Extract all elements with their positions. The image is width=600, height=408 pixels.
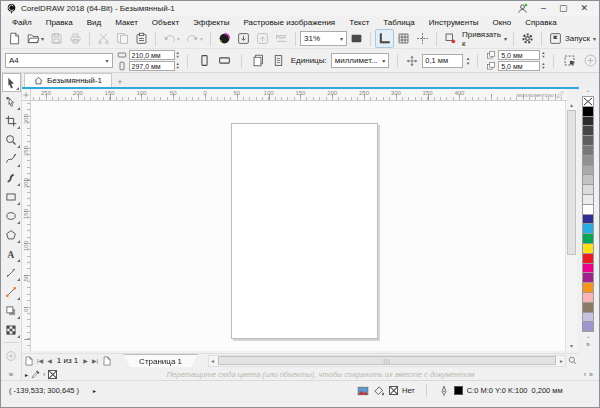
search-content-button[interactable] [215,29,234,48]
horizontal-ruler[interactable]: миллиметры 25020015010050050100150200250… [31,89,567,101]
import-button[interactable] [234,29,253,48]
spinner-icon[interactable]: ▴▾ [542,62,544,71]
snap-to-dropdown[interactable]: Привязать к▾ [460,30,509,48]
show-rulers-button[interactable] [375,29,394,48]
outline-color-swatch[interactable] [454,386,463,395]
landscape-orientation-button[interactable] [216,52,232,70]
polygon-tool[interactable] [2,225,21,244]
duplicate-y-field[interactable]: 5,0 мм [498,61,540,71]
show-grid-button[interactable] [394,29,413,48]
fill-bucket-icon[interactable] [373,385,385,397]
color-swatch[interactable] [582,321,594,332]
account-icon[interactable] [517,3,528,14]
page-tab[interactable]: Страница 1 [123,354,198,368]
menu-item-10[interactable]: Инструменты [422,18,486,27]
duplicate-x-field[interactable]: 5,0 мм [498,50,540,60]
document-tab[interactable]: Безымянный-1 [24,73,112,87]
expand-icon[interactable]: » [589,371,593,378]
spinner-icon[interactable]: ▴▾ [467,56,470,65]
palette-flyout-icon[interactable]: ▸ [25,371,28,378]
page-width-field[interactable]: 210,0 мм [129,50,175,60]
fill-none-swatch[interactable] [389,386,398,395]
cut-icon [97,32,110,45]
navigator-zoom-button[interactable] [566,355,579,367]
freehand-tool[interactable] [2,149,21,168]
scroll-up-icon[interactable]: ▴ [566,101,577,110]
vertical-scrollbar[interactable]: ▴ ▾ [565,101,577,351]
spinner-icon[interactable]: ▴▾ [542,51,544,60]
menu-item-11[interactable]: Окно [486,18,519,27]
collapse-icon[interactable]: ‹ [43,371,45,378]
zoom-level-combo[interactable]: 31%▾ [300,31,347,46]
menu-item-8[interactable]: Текст [342,18,376,27]
divider [426,384,427,397]
rectangle-tool[interactable] [2,187,21,206]
ellipse-tool[interactable] [2,206,21,225]
palette-scroll-down-icon[interactable]: ⌄ [585,332,590,340]
ruler-tick-label: 300 [23,111,29,127]
palette-expand-icon[interactable]: » [586,341,590,348]
vertical-ruler[interactable]: 300250200150100500 [22,101,31,351]
drop-shadow-tool[interactable] [2,301,21,320]
connector-tool[interactable] [2,282,21,301]
menu-item-9[interactable]: Таблица [376,18,421,27]
new-document-button[interactable] [5,29,24,48]
scroll-right-icon[interactable]: ▸ [558,357,565,364]
maximize-button[interactable]: ▢ [559,4,568,13]
menu-item-1[interactable]: Файл [5,18,39,27]
status-flyout-icon[interactable]: ▸ [93,387,96,394]
nudge-offset-field[interactable]: 0,1 мм [422,54,462,68]
page-height-field[interactable]: 297,0 мм [129,61,175,71]
menu-item-3[interactable]: Вид [80,18,108,27]
menu-bar: ФайлПравкаВидМакетОбъектЭффектыРастровые… [1,16,599,29]
minimize-button[interactable]: – [541,4,546,13]
fullscreen-preview-button[interactable] [347,29,366,48]
options-button[interactable] [518,29,537,48]
menu-item-7[interactable]: Растровые изображения [236,18,342,27]
portrait-orientation-button[interactable] [196,52,212,70]
current-page-size-button[interactable] [270,52,286,70]
open-button[interactable]: ▾ [24,29,47,48]
horizontal-scrollbar[interactable]: ◂ ||| ▸ [208,355,566,367]
transparency-tool[interactable] [2,320,21,339]
shape-tool[interactable] [2,92,21,111]
artistic-media-tool[interactable] [2,168,21,187]
drawing-scale-icon[interactable] [556,90,565,99]
vertical-scroll-thumb[interactable] [567,110,576,255]
all-pages-size-button[interactable] [250,52,266,70]
paste-button[interactable] [132,29,151,48]
menu-item-2[interactable]: Правка [39,18,80,27]
snap-icon-button[interactable] [441,29,460,48]
menu-item-12[interactable]: Справка [518,18,563,27]
launch-dropdown[interactable]: Запуск▾ [546,29,599,48]
parallel-dimension-tool[interactable] [2,263,21,282]
page-size-combo[interactable]: A4▾ [5,53,113,68]
crop-tool[interactable] [2,111,21,130]
scroll-left-icon[interactable]: ◂ [209,357,216,364]
menu-item-5[interactable]: Объект [145,18,186,27]
chevron-down-icon: ▾ [593,36,596,42]
outline-pen-icon[interactable] [438,385,450,397]
eyedropper-icon[interactable] [31,370,40,379]
menu-item-6[interactable]: Эффекты [186,18,236,27]
menu-item-4[interactable]: Макет [108,18,145,27]
drawing-canvas[interactable] [31,101,565,351]
close-button[interactable]: ✕ [580,4,588,13]
zoom-tool[interactable] [2,130,21,149]
ruler-origin-button[interactable] [22,89,31,101]
no-color-swatch[interactable] [48,370,57,379]
add-page-start-button[interactable] [22,355,35,367]
add-page-end-button[interactable] [100,355,113,367]
pick-tool[interactable] [2,73,21,92]
horizontal-scroll-thumb[interactable]: ||| [218,356,556,365]
text-tool[interactable] [2,244,21,263]
spinner-icon[interactable]: ▴▾ [177,51,179,60]
units-combo[interactable]: миллимет...▾ [331,53,390,68]
scroll-down-icon[interactable]: ▾ [566,342,577,351]
show-guidelines-button[interactable] [413,29,432,48]
treat-as-filled-button[interactable] [562,52,578,70]
print-icon [69,32,82,45]
new-tab-button[interactable]: + [112,77,128,87]
scroll-right-icon[interactable]: › [584,371,586,378]
spinner-icon[interactable]: ▴▾ [177,62,179,71]
